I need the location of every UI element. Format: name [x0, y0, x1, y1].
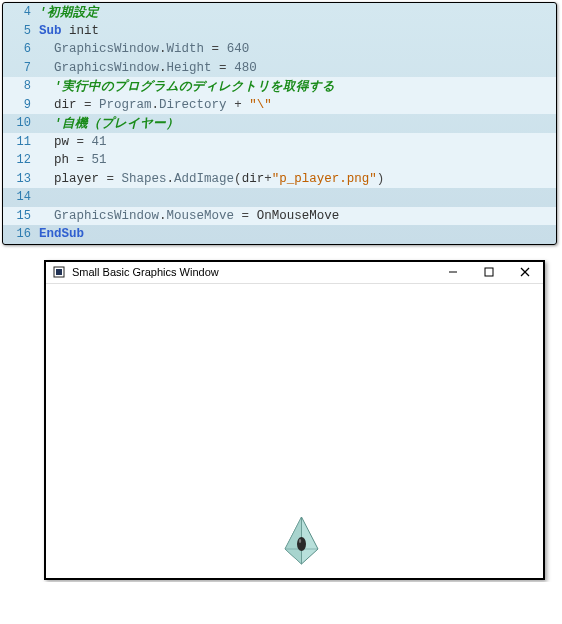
code-line[interactable]: 11 pw = 41	[3, 133, 556, 152]
code-line[interactable]: 14	[3, 188, 556, 207]
window-controls	[435, 261, 543, 283]
line-number: 16	[3, 227, 39, 241]
close-button[interactable]	[507, 261, 543, 283]
line-number: 9	[3, 98, 39, 112]
window-title: Small Basic Graphics Window	[72, 266, 435, 278]
code-line[interactable]: 9 dir = Program.Directory + "\"	[3, 96, 556, 115]
code-line[interactable]: 13 player = Shapes.AddImage(dir+"p_playe…	[3, 170, 556, 189]
app-icon	[52, 265, 66, 279]
code-content: EndSub	[39, 227, 556, 241]
code-line[interactable]: 8 '実行中のプログラムのディレクトリを取得する	[3, 77, 556, 96]
titlebar[interactable]: Small Basic Graphics Window	[46, 262, 543, 284]
code-content: player = Shapes.AddImage(dir+"p_player.p…	[39, 172, 556, 186]
code-line[interactable]: 6 GraphicsWindow.Width = 640	[3, 40, 556, 59]
minimize-button[interactable]	[435, 261, 471, 283]
svg-rect-3	[485, 268, 493, 276]
code-content: ph = 51	[39, 153, 556, 167]
code-content: '自機（プレイヤー）	[39, 115, 556, 132]
code-content: GraphicsWindow.Width = 640	[39, 42, 556, 56]
line-number: 7	[3, 61, 39, 75]
line-number: 10	[3, 116, 39, 130]
code-content: GraphicsWindow.MouseMove = OnMouseMove	[39, 209, 556, 223]
code-content: Sub init	[39, 24, 556, 38]
code-line[interactable]: 10 '自機（プレイヤー）	[3, 114, 556, 133]
line-number: 5	[3, 24, 39, 38]
maximize-button[interactable]	[471, 261, 507, 283]
code-line[interactable]: 16EndSub	[3, 225, 556, 244]
line-number: 14	[3, 190, 39, 204]
svg-point-10	[297, 537, 306, 551]
code-line[interactable]: 4'初期設定	[3, 3, 556, 22]
code-line[interactable]: 5Sub init	[3, 22, 556, 41]
line-number: 4	[3, 5, 39, 19]
line-number: 15	[3, 209, 39, 223]
client-area[interactable]	[46, 284, 543, 578]
svg-point-11	[299, 539, 301, 543]
code-content: '実行中のプログラムのディレクトリを取得する	[39, 78, 556, 95]
line-number: 12	[3, 153, 39, 167]
code-line[interactable]: 15 GraphicsWindow.MouseMove = OnMouseMov…	[3, 207, 556, 226]
line-number: 8	[3, 79, 39, 93]
line-number: 11	[3, 135, 39, 149]
code-line[interactable]: 7 GraphicsWindow.Height = 480	[3, 59, 556, 78]
graphics-window: Small Basic Graphics Window	[44, 260, 545, 580]
player-sprite	[281, 515, 322, 566]
code-content: GraphicsWindow.Height = 480	[39, 61, 556, 75]
svg-rect-1	[56, 269, 62, 275]
code-content: pw = 41	[39, 135, 556, 149]
code-content: dir = Program.Directory + "\"	[39, 98, 556, 112]
code-content: '初期設定	[39, 4, 556, 21]
line-number: 6	[3, 42, 39, 56]
code-line[interactable]: 12 ph = 51	[3, 151, 556, 170]
line-number: 13	[3, 172, 39, 186]
code-editor-panel: 4'初期設定5Sub init6 GraphicsWindow.Width = …	[2, 2, 557, 245]
